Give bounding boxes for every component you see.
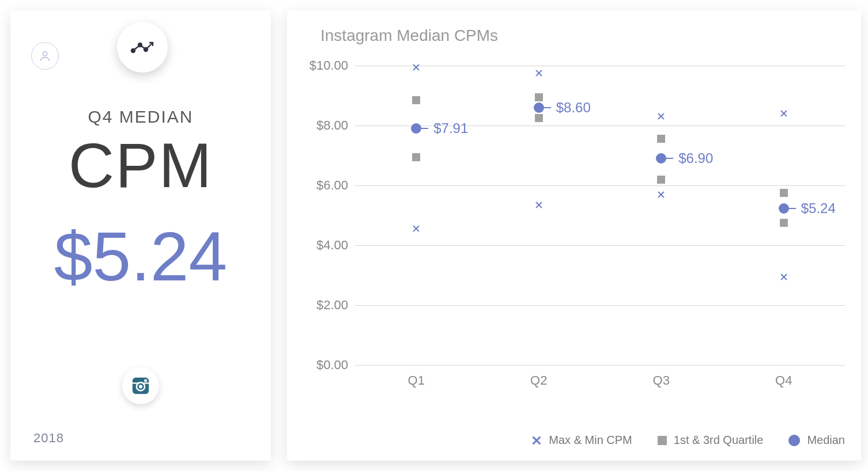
q3-marker <box>657 135 665 143</box>
instagram-icon[interactable] <box>122 367 159 404</box>
y-tick-label: $10.00 <box>310 58 355 73</box>
square-marker-icon <box>658 436 667 445</box>
summary-panel: Q4 MEDIAN CPM $5.24 2018 <box>10 10 271 461</box>
legend-maxmin-label: Max & Min CPM <box>549 434 632 447</box>
q1-marker <box>780 219 788 227</box>
median-marker <box>779 203 789 214</box>
min-marker <box>657 191 665 199</box>
legend-quartile-label: 1st & 3rd Quartile <box>674 434 764 447</box>
legend-maxmin: Max & Min CPM <box>531 434 632 447</box>
chart-title: Instagram Median CPMs <box>320 26 498 45</box>
min-marker <box>780 273 788 281</box>
user-icon <box>31 42 59 70</box>
svg-point-0 <box>43 52 47 56</box>
gridline <box>355 66 845 66</box>
median-tick <box>789 208 796 209</box>
y-tick-label: $8.00 <box>316 118 355 133</box>
q1-marker <box>657 176 665 184</box>
x-marker-icon <box>531 435 542 446</box>
q1-marker <box>412 153 420 161</box>
trend-icon <box>117 22 168 73</box>
chart-plot: $0.00$2.00$4.00$6.00$8.00$10.00Q1Q2Q3Q4$… <box>355 66 845 365</box>
legend-median-label: Median <box>807 434 845 447</box>
legend-quartile: 1st & 3rd Quartile <box>658 434 764 447</box>
svg-rect-8 <box>144 379 147 382</box>
summary-metric: CPM <box>10 130 271 200</box>
legend-median: Median <box>788 434 845 447</box>
median-value-label: $8.60 <box>556 100 591 116</box>
q3-marker <box>412 96 420 104</box>
min-marker <box>535 201 543 209</box>
y-tick-label: $2.00 <box>316 298 355 313</box>
q1-marker <box>535 114 543 122</box>
q3-marker <box>535 93 543 101</box>
gridline <box>355 245 845 246</box>
x-tick-label: Q2 <box>530 365 547 388</box>
gridline <box>355 126 845 126</box>
svg-point-7 <box>139 385 142 388</box>
year-label: 2018 <box>33 431 64 446</box>
min-marker <box>412 225 420 233</box>
median-marker <box>534 102 544 113</box>
median-tick <box>421 128 428 129</box>
summary-label: Q4 MEDIAN <box>10 107 271 127</box>
summary-value: $5.24 <box>10 222 271 291</box>
median-tick <box>666 158 673 159</box>
gridline <box>355 305 845 306</box>
y-tick-label: $0.00 <box>316 358 355 373</box>
median-value-label: $5.24 <box>801 200 836 216</box>
dot-marker-icon <box>788 435 800 446</box>
x-tick-label: Q4 <box>775 365 792 388</box>
median-marker <box>411 123 421 134</box>
max-marker <box>657 112 665 120</box>
chart-panel: Instagram Median CPMs $0.00$2.00$4.00$6.… <box>287 10 861 461</box>
median-tick <box>544 107 551 108</box>
x-tick-label: Q1 <box>408 365 425 388</box>
x-tick-label: Q3 <box>653 365 670 388</box>
chart-area: $0.00$2.00$4.00$6.00$8.00$10.00Q1Q2Q3Q4$… <box>300 66 845 393</box>
max-marker <box>412 63 420 71</box>
median-marker <box>656 153 666 164</box>
median-value-label: $6.90 <box>678 150 713 166</box>
max-marker <box>535 69 543 77</box>
y-tick-label: $6.00 <box>316 178 355 193</box>
q3-marker <box>780 189 788 197</box>
gridline <box>355 365 845 366</box>
y-tick-label: $4.00 <box>316 238 355 253</box>
median-value-label: $7.91 <box>433 120 468 136</box>
chart-legend: Max & Min CPM 1st & 3rd Quartile Median <box>287 434 845 447</box>
gridline <box>355 185 845 186</box>
max-marker <box>780 109 788 117</box>
